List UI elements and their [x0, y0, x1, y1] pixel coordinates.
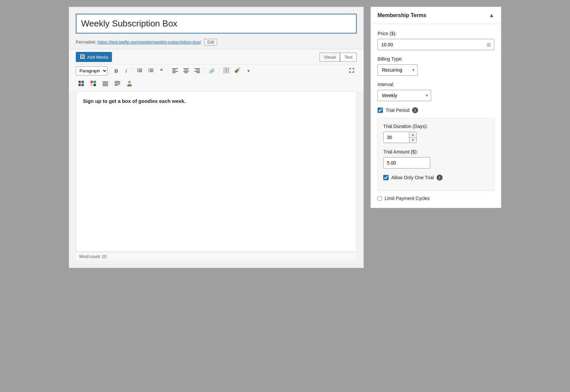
editor-content-area[interactable]: Sign up to get a box of goodies each wee…	[76, 91, 357, 252]
layers-button[interactable]	[232, 66, 243, 76]
color-grid-button[interactable]	[88, 79, 99, 89]
spinner-up-button[interactable]: ▲	[409, 132, 416, 138]
align-center-icon	[183, 68, 189, 73]
table-button[interactable]	[221, 66, 231, 76]
trial-amount-field-group: Trial Amount ($):	[383, 149, 489, 169]
link-button[interactable]: 🔗	[207, 67, 217, 75]
view-toggle: Visual Text	[320, 53, 357, 62]
trial-period-info-icon[interactable]: i	[412, 107, 418, 113]
svg-rect-12	[172, 68, 178, 69]
word-count-text: Word count: 10	[79, 254, 106, 259]
visual-tab[interactable]: Visual	[320, 53, 340, 62]
price-grid-icon: ⊞	[487, 42, 491, 48]
interval-select-wrap: Weekly Monthly Annually Daily ▾	[378, 90, 431, 101]
spinner-down-button[interactable]: ▼	[409, 138, 416, 143]
svg-rect-45	[115, 84, 120, 84]
svg-rect-30	[238, 68, 240, 70]
svg-rect-3	[139, 70, 142, 71]
toolbar-divider	[110, 68, 110, 74]
paragraph-format-select[interactable]: Paragraph	[76, 66, 108, 75]
title-area	[76, 14, 357, 34]
italic-button[interactable]: I	[122, 66, 130, 75]
toolbar-row-media: 🖼 Add Media Visual Text	[76, 52, 357, 64]
svg-rect-20	[194, 68, 200, 69]
trial-duration-label: Trial Duration (Days):	[383, 124, 489, 129]
svg-point-2	[137, 70, 138, 71]
svg-rect-11	[150, 71, 153, 72]
svg-rect-46	[115, 85, 118, 86]
post-title-input[interactable]	[81, 18, 351, 29]
text-tab[interactable]: Text	[340, 53, 357, 62]
trial-period-checkbox[interactable]	[378, 108, 383, 113]
align-center-button[interactable]	[181, 66, 191, 76]
svg-rect-5	[139, 71, 142, 72]
svg-point-0	[137, 69, 138, 70]
billing-type-select-wrap: Recurring One-Time ▾	[378, 64, 418, 76]
trial-duration-field-group: Trial Duration (Days): ▲ ▼	[383, 124, 489, 143]
bold-button[interactable]: B	[112, 66, 121, 75]
editor-toolbar: 🖼 Add Media Visual Text Paragraph B I	[69, 49, 363, 91]
layers-dropdown-button[interactable]: ▾	[244, 67, 253, 75]
unordered-list-button[interactable]	[135, 66, 145, 76]
svg-rect-21	[196, 70, 200, 70]
svg-rect-14	[172, 71, 178, 72]
toolbar-divider-2	[132, 68, 133, 74]
blockquote-button[interactable]: ❝	[157, 66, 166, 76]
svg-rect-9	[150, 70, 153, 71]
svg-text:3.: 3.	[148, 70, 150, 72]
sidebar-collapse-icon[interactable]: ▲	[489, 12, 494, 18]
toolbar-row-format: Paragraph B I 1.	[76, 64, 357, 77]
svg-rect-23	[196, 72, 200, 73]
align-left-button[interactable]	[170, 66, 180, 76]
svg-rect-22	[194, 71, 200, 72]
move-button[interactable]	[76, 79, 87, 89]
word-count-bar: Word count: 10	[76, 252, 357, 261]
expand-button[interactable]	[347, 66, 357, 76]
add-media-button[interactable]: 🖼 Add Media	[76, 52, 112, 62]
media-icon: 🖼	[80, 54, 85, 60]
allow-one-trial-info-icon[interactable]: i	[437, 175, 443, 181]
permalink-edit-button[interactable]: Edit	[204, 39, 217, 46]
person-button[interactable]	[124, 79, 135, 89]
price-field-group: Price ($): ⊞	[378, 31, 494, 50]
interval-select[interactable]: Weekly Monthly Annually Daily	[378, 90, 431, 101]
svg-rect-42	[103, 85, 108, 86]
ordered-list-button[interactable]: 1. 2. 3.	[146, 66, 156, 76]
align-left-icon	[172, 68, 178, 73]
permalink-url[interactable]: https://test.joeftp.pw/register/weekly-s…	[98, 40, 201, 45]
svg-rect-36	[94, 81, 96, 83]
permalink-label: Permalink:	[76, 40, 96, 45]
trial-duration-spinner: ▲ ▼	[383, 132, 417, 143]
svg-point-48	[127, 84, 132, 86]
svg-rect-39	[103, 81, 108, 82]
toolbar-divider-5	[219, 68, 219, 74]
person-icon	[126, 80, 132, 86]
svg-rect-35	[91, 81, 93, 83]
billing-type-select[interactable]: Recurring One-Time	[378, 64, 418, 76]
hr-button[interactable]	[100, 79, 111, 89]
trial-sub-panel: Trial Duration (Days): ▲ ▼ Trial Amount …	[378, 118, 494, 191]
trial-amount-input[interactable]	[383, 157, 430, 169]
limit-payment-cycles-checkbox[interactable]	[378, 196, 382, 201]
svg-rect-7	[150, 69, 153, 69]
align-right-button[interactable]	[192, 66, 202, 76]
svg-rect-41	[103, 84, 108, 85]
limit-payment-cycles-label: Limit Payment Cycles	[385, 196, 430, 201]
trial-amount-label: Trial Amount ($):	[383, 149, 489, 154]
svg-point-47	[128, 81, 131, 83]
svg-rect-13	[172, 70, 176, 70]
svg-rect-19	[184, 72, 188, 73]
sidebar-title: Membership Terms	[378, 12, 426, 18]
layers-icon	[235, 67, 241, 73]
svg-rect-15	[172, 72, 176, 73]
sidebar-header: Membership Terms ▲	[371, 7, 501, 24]
price-input[interactable]	[378, 39, 494, 50]
add-media-label: Add Media	[87, 55, 108, 60]
svg-rect-34	[81, 84, 84, 86]
align-full-button[interactable]	[112, 79, 123, 89]
trial-period-row: Trial Period i	[378, 107, 494, 113]
allow-only-one-trial-checkbox[interactable]	[383, 175, 389, 180]
limit-payment-cycles-row: Limit Payment Cycles	[378, 196, 494, 201]
svg-rect-17	[184, 70, 188, 70]
allow-one-trial-row: Allow Only One Trial i	[383, 175, 489, 181]
